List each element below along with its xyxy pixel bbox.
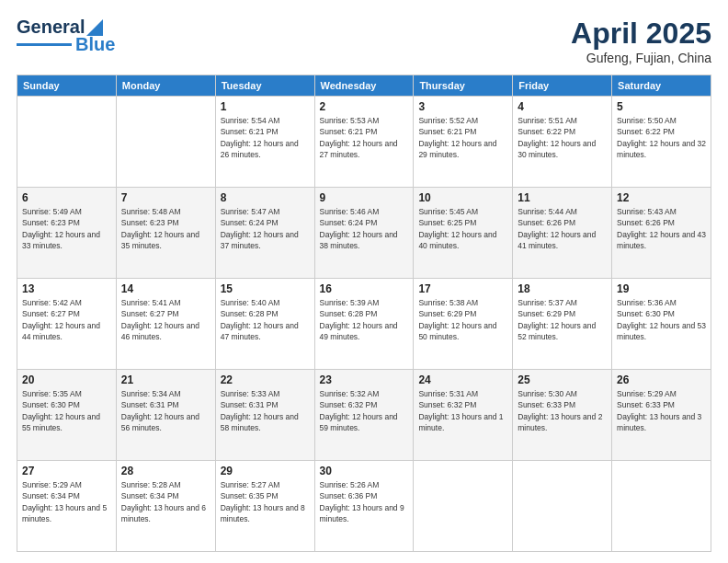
page: General Blue April 2025 Gufeng, Fujian, … (0, 0, 728, 563)
day-info: Sunrise: 5:47 AMSunset: 6:24 PMDaylight:… (221, 206, 310, 251)
day-number: 6 (22, 191, 111, 204)
day-info: Sunrise: 5:29 AMSunset: 6:33 PMDaylight:… (617, 388, 706, 433)
day-number: 26 (617, 373, 706, 386)
calendar-cell: 1Sunrise: 5:54 AMSunset: 6:21 PMDaylight… (215, 97, 314, 188)
calendar-cell (513, 461, 612, 552)
calendar-cell: 24Sunrise: 5:31 AMSunset: 6:32 PMDayligh… (414, 370, 513, 461)
calendar-cell: 20Sunrise: 5:35 AMSunset: 6:30 PMDayligh… (17, 370, 117, 461)
day-number: 24 (418, 373, 507, 386)
day-info: Sunrise: 5:53 AMSunset: 6:21 PMDaylight:… (320, 115, 409, 160)
calendar-cell: 25Sunrise: 5:30 AMSunset: 6:33 PMDayligh… (513, 370, 612, 461)
day-info: Sunrise: 5:30 AMSunset: 6:33 PMDaylight:… (518, 388, 607, 433)
day-info: Sunrise: 5:28 AMSunset: 6:34 PMDaylight:… (121, 479, 210, 524)
day-number: 8 (221, 191, 310, 204)
day-info: Sunrise: 5:44 AMSunset: 6:26 PMDaylight:… (518, 206, 607, 251)
day-info: Sunrise: 5:40 AMSunset: 6:28 PMDaylight:… (221, 297, 310, 342)
day-header-sunday: Sunday (17, 75, 117, 97)
day-number: 13 (22, 282, 111, 295)
day-header-tuesday: Tuesday (215, 75, 314, 97)
day-info: Sunrise: 5:35 AMSunset: 6:30 PMDaylight:… (22, 388, 111, 433)
day-info: Sunrise: 5:41 AMSunset: 6:27 PMDaylight:… (121, 297, 210, 342)
day-header-thursday: Thursday (414, 75, 513, 97)
day-number: 19 (617, 282, 706, 295)
calendar-cell: 3Sunrise: 5:52 AMSunset: 6:21 PMDaylight… (414, 97, 513, 188)
calendar-cell: 10Sunrise: 5:45 AMSunset: 6:25 PMDayligh… (414, 188, 513, 279)
day-info: Sunrise: 5:43 AMSunset: 6:26 PMDaylight:… (617, 206, 706, 251)
calendar-cell: 21Sunrise: 5:34 AMSunset: 6:31 PMDayligh… (116, 370, 215, 461)
day-info: Sunrise: 5:48 AMSunset: 6:23 PMDaylight:… (121, 206, 210, 251)
calendar-cell: 5Sunrise: 5:50 AMSunset: 6:22 PMDaylight… (612, 97, 711, 188)
calendar-week-row: 1Sunrise: 5:54 AMSunset: 6:21 PMDaylight… (17, 97, 711, 188)
calendar-cell (116, 97, 215, 188)
day-number: 25 (518, 373, 607, 386)
day-number: 30 (320, 465, 409, 477)
day-number: 4 (518, 100, 607, 113)
day-number: 1 (221, 100, 310, 113)
calendar-cell: 28Sunrise: 5:28 AMSunset: 6:34 PMDayligh… (116, 461, 215, 552)
day-number: 22 (221, 373, 310, 386)
day-info: Sunrise: 5:31 AMSunset: 6:32 PMDaylight:… (418, 388, 507, 433)
calendar-cell: 30Sunrise: 5:26 AMSunset: 6:36 PMDayligh… (314, 461, 414, 552)
calendar-cell (17, 97, 117, 188)
day-number: 14 (121, 282, 210, 295)
day-number: 20 (22, 373, 111, 386)
svg-marker-0 (86, 19, 103, 36)
subtitle: Gufeng, Fujian, China (571, 51, 711, 65)
day-number: 12 (617, 191, 706, 204)
calendar-cell: 2Sunrise: 5:53 AMSunset: 6:21 PMDaylight… (314, 97, 414, 188)
day-number: 5 (617, 100, 706, 113)
calendar-header-row: SundayMondayTuesdayWednesdayThursdayFrid… (17, 75, 711, 97)
day-header-friday: Friday (513, 75, 612, 97)
day-info: Sunrise: 5:52 AMSunset: 6:21 PMDaylight:… (418, 115, 507, 160)
title-block: April 2025 Gufeng, Fujian, China (571, 17, 711, 65)
day-info: Sunrise: 5:50 AMSunset: 6:22 PMDaylight:… (617, 115, 706, 160)
day-number: 28 (121, 465, 210, 477)
day-number: 17 (418, 282, 507, 295)
calendar-week-row: 13Sunrise: 5:42 AMSunset: 6:27 PMDayligh… (17, 279, 711, 370)
day-info: Sunrise: 5:45 AMSunset: 6:25 PMDaylight:… (418, 206, 507, 251)
day-info: Sunrise: 5:54 AMSunset: 6:21 PMDaylight:… (221, 115, 310, 160)
day-number: 27 (22, 465, 111, 477)
day-info: Sunrise: 5:42 AMSunset: 6:27 PMDaylight:… (22, 297, 111, 342)
calendar-cell: 15Sunrise: 5:40 AMSunset: 6:28 PMDayligh… (215, 279, 314, 370)
day-number: 3 (418, 100, 507, 113)
calendar-cell: 27Sunrise: 5:29 AMSunset: 6:34 PMDayligh… (17, 461, 117, 552)
day-number: 23 (320, 373, 409, 386)
calendar-cell: 29Sunrise: 5:27 AMSunset: 6:35 PMDayligh… (215, 461, 314, 552)
day-info: Sunrise: 5:36 AMSunset: 6:30 PMDaylight:… (617, 297, 706, 342)
header: General Blue April 2025 Gufeng, Fujian, … (17, 17, 711, 65)
calendar-cell (414, 461, 513, 552)
day-info: Sunrise: 5:29 AMSunset: 6:34 PMDaylight:… (22, 479, 111, 524)
day-number: 7 (121, 191, 210, 204)
day-info: Sunrise: 5:51 AMSunset: 6:22 PMDaylight:… (518, 115, 607, 160)
calendar-cell: 9Sunrise: 5:46 AMSunset: 6:24 PMDaylight… (314, 188, 414, 279)
calendar-week-row: 20Sunrise: 5:35 AMSunset: 6:30 PMDayligh… (17, 370, 711, 461)
day-info: Sunrise: 5:38 AMSunset: 6:29 PMDaylight:… (418, 297, 507, 342)
calendar-cell: 16Sunrise: 5:39 AMSunset: 6:28 PMDayligh… (314, 279, 414, 370)
calendar-cell: 12Sunrise: 5:43 AMSunset: 6:26 PMDayligh… (612, 188, 711, 279)
calendar-cell: 11Sunrise: 5:44 AMSunset: 6:26 PMDayligh… (513, 188, 612, 279)
calendar-cell: 4Sunrise: 5:51 AMSunset: 6:22 PMDaylight… (513, 97, 612, 188)
day-number: 16 (320, 282, 409, 295)
day-header-saturday: Saturday (612, 75, 711, 97)
day-number: 2 (320, 100, 409, 113)
day-number: 11 (518, 191, 607, 204)
day-info: Sunrise: 5:26 AMSunset: 6:36 PMDaylight:… (320, 479, 409, 524)
day-header-wednesday: Wednesday (314, 75, 414, 97)
calendar-cell (612, 461, 711, 552)
day-number: 21 (121, 373, 210, 386)
day-number: 9 (320, 191, 409, 204)
day-number: 29 (221, 465, 310, 477)
logo: General Blue (17, 17, 115, 55)
day-info: Sunrise: 5:37 AMSunset: 6:29 PMDaylight:… (518, 297, 607, 342)
logo-blue: Blue (75, 34, 115, 55)
calendar-cell: 19Sunrise: 5:36 AMSunset: 6:30 PMDayligh… (612, 279, 711, 370)
logo-line (17, 43, 72, 46)
day-number: 18 (518, 282, 607, 295)
calendar-table: SundayMondayTuesdayWednesdayThursdayFrid… (17, 75, 711, 552)
day-info: Sunrise: 5:32 AMSunset: 6:32 PMDaylight:… (320, 388, 409, 433)
day-header-monday: Monday (116, 75, 215, 97)
calendar-cell: 8Sunrise: 5:47 AMSunset: 6:24 PMDaylight… (215, 188, 314, 279)
month-title: April 2025 (571, 17, 711, 51)
calendar-cell: 26Sunrise: 5:29 AMSunset: 6:33 PMDayligh… (612, 370, 711, 461)
